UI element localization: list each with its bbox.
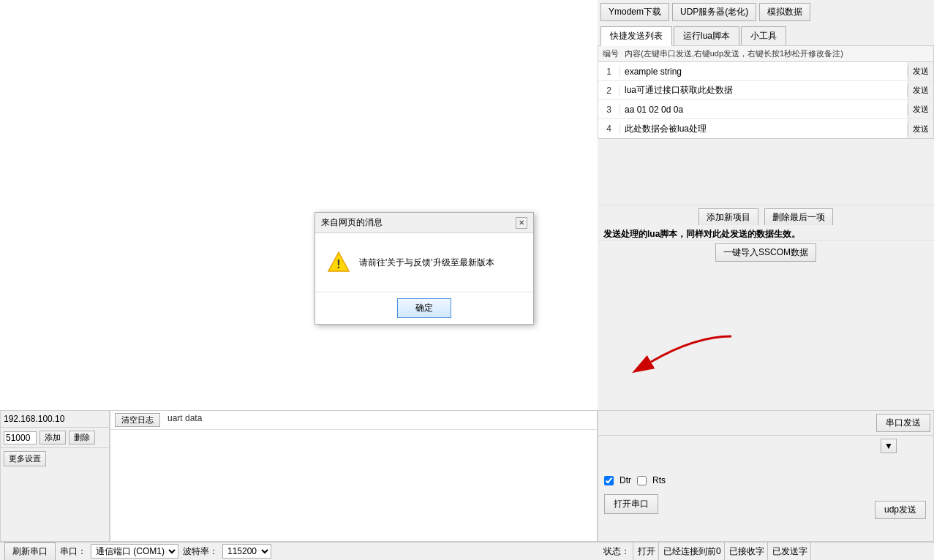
modal-ok-button[interactable]: 确定 bbox=[397, 298, 451, 318]
uart-area: 清空日志 uart data bbox=[110, 410, 598, 542]
qs-row-4: 4 此处数据会被lua处理 发送 bbox=[598, 119, 933, 138]
qs-send-btn-3[interactable]: 发送 bbox=[908, 100, 933, 118]
dtr-checkbox[interactable] bbox=[604, 476, 614, 485]
bottom-bar: 刷新串口 串口： 通信端口 (COM1) 波特率： 115200 bbox=[0, 542, 598, 560]
qs-num-4: 4 bbox=[598, 124, 620, 134]
udp-send-button[interactable]: udp发送 bbox=[875, 501, 926, 519]
import-sscom-button[interactable]: 一键导入SSCOM数据 bbox=[715, 243, 816, 262]
modal-dialog: 来自网页的消息 ✕ ! 请前往'关于与反馈'升级至最新版本 确定 bbox=[315, 212, 534, 325]
net-add-button[interactable]: 添加 bbox=[39, 431, 66, 444]
baud-label: 波特率： bbox=[183, 545, 218, 558]
status-connected: 已经连接到前0 bbox=[660, 542, 725, 560]
status-label: 状态： bbox=[600, 542, 633, 560]
refresh-serial-button[interactable]: 刷新串口 bbox=[4, 542, 56, 561]
qs-num-2: 2 bbox=[598, 86, 620, 96]
net-panel: 192.168.100.10 添加 删除 更多设置 bbox=[0, 410, 110, 542]
arrow-annotation bbox=[592, 329, 739, 375]
net-port-input[interactable] bbox=[4, 431, 37, 444]
port-label: 串口： bbox=[60, 545, 86, 558]
qs-send-btn-4[interactable]: 发送 bbox=[908, 119, 933, 138]
qs-import-row: 一键导入SSCOM数据 bbox=[598, 240, 934, 265]
modal-close-button[interactable]: ✕ bbox=[516, 217, 527, 229]
tab-area: 快捷发送列表 运行lua脚本 小工具 bbox=[598, 26, 934, 46]
modal-message: 请前往'关于与反馈'升级至最新版本 bbox=[359, 257, 494, 269]
top-toolbar: Ymodem下载 UDP服务器(老化) 模拟数据 bbox=[598, 0, 934, 24]
open-port-button[interactable]: 打开串口 bbox=[604, 494, 658, 514]
net-delete-button[interactable]: 删除 bbox=[69, 431, 95, 444]
dtr-rts-row: Dtr Rts bbox=[598, 472, 933, 488]
modal-footer: 确定 bbox=[315, 292, 533, 324]
qs-num-1: 1 bbox=[598, 67, 620, 77]
rts-label: Rts bbox=[652, 475, 666, 485]
dtr-label: Dtr bbox=[619, 475, 631, 485]
qs-send-btn-2[interactable]: 发送 bbox=[908, 81, 933, 99]
uart-clear-button[interactable]: 清空日志 bbox=[115, 413, 160, 427]
qs-content-4: 此处数据会被lua处理 bbox=[620, 123, 908, 135]
qs-row-1: 1 example string 发送 bbox=[598, 62, 933, 81]
status-received: 已接收字 bbox=[726, 542, 768, 560]
main-content bbox=[0, 0, 598, 414]
qs-header-content: 内容(左键串口发送,右键udp发送，右键长按1秒松开修改备注) bbox=[625, 48, 929, 59]
qs-content-1: example string bbox=[620, 67, 908, 77]
udp-server-button[interactable]: UDP服务器(老化) bbox=[672, 3, 756, 21]
qs-row-3: 3 aa 01 02 0d 0a 发送 bbox=[598, 100, 933, 119]
tab-run-lua[interactable]: 运行lua脚本 bbox=[674, 26, 739, 46]
net-port-row: 添加 删除 bbox=[1, 428, 109, 448]
tab-quick-send[interactable]: 快捷发送列表 bbox=[600, 26, 672, 46]
qs-row-2: 2 lua可通过接口获取此处数据 发送 bbox=[598, 81, 933, 100]
port-select[interactable]: 通信端口 (COM1) bbox=[91, 544, 178, 559]
uart-title: uart data bbox=[167, 413, 202, 427]
qs-content-2: lua可通过接口获取此处数据 bbox=[620, 84, 908, 97]
modal-body: ! 请前往'关于与反馈'升级至最新版本 bbox=[315, 233, 533, 292]
send-top-row: 串口发送 bbox=[598, 411, 933, 436]
send-area: 串口发送 Dtr Rts ▼ 打开串口 udp发送 bbox=[598, 410, 934, 542]
qs-header-num: 编号 bbox=[603, 48, 625, 59]
rts-checkbox[interactable] bbox=[637, 476, 647, 485]
tabs: 快捷发送列表 运行lua脚本 小工具 bbox=[598, 26, 934, 46]
warning-icon: ! bbox=[327, 251, 350, 274]
uart-header: 清空日志 uart data bbox=[110, 411, 597, 430]
net-ip: 192.168.100.10 bbox=[1, 411, 109, 428]
tab-tools[interactable]: 小工具 bbox=[741, 26, 786, 46]
status-open: 打开 bbox=[635, 542, 659, 560]
quick-send-panel: 编号 内容(左键串口发送,右键udp发送，右键长按1秒松开修改备注) 1 exa… bbox=[598, 45, 934, 139]
net-more-button[interactable]: 更多设置 bbox=[4, 451, 46, 466]
serial-send-button[interactable]: 串口发送 bbox=[876, 414, 930, 432]
status-sent: 已发送字 bbox=[769, 542, 811, 560]
ymodem-button[interactable]: Ymodem下载 bbox=[600, 3, 669, 21]
svg-text:!: ! bbox=[336, 258, 340, 270]
qs-content-3: aa 01 02 0d 0a bbox=[620, 105, 908, 115]
qs-num-3: 3 bbox=[598, 105, 620, 115]
status-bar-right: 状态： 打开 已经连接到前0 已接收字 已发送字 bbox=[598, 542, 934, 560]
dropdown-button[interactable]: ▼ bbox=[881, 439, 897, 453]
modal-title-bar: 来自网页的消息 ✕ bbox=[315, 213, 533, 233]
qs-send-btn-1[interactable]: 发送 bbox=[908, 62, 933, 80]
baud-select[interactable]: 115200 bbox=[222, 544, 271, 559]
modal-title: 来自网页的消息 bbox=[321, 216, 383, 229]
qs-header: 编号 内容(左键串口发送,右键udp发送，右键长按1秒松开修改备注) bbox=[598, 46, 933, 62]
add-item-button[interactable]: 添加新项目 bbox=[698, 208, 758, 227]
simulate-data-button[interactable]: 模拟数据 bbox=[759, 3, 810, 21]
delete-last-button[interactable]: 删除最后一项 bbox=[764, 208, 833, 227]
